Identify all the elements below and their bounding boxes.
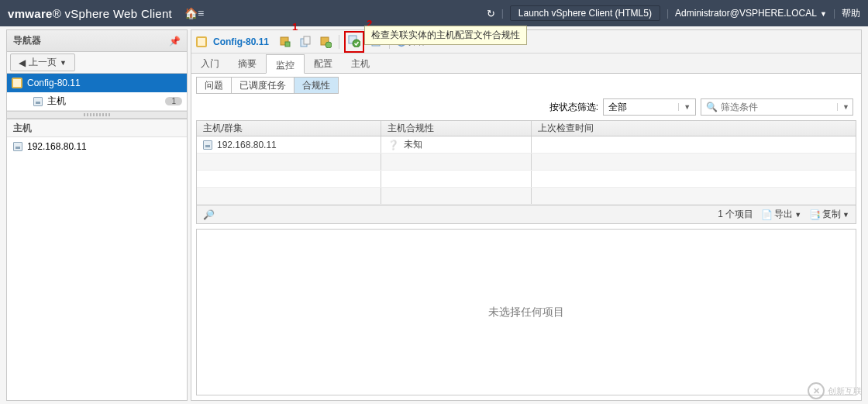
subtab-scheduled-tasks[interactable]: 已调度任务 (231, 77, 294, 94)
find-icon[interactable]: 🔎 (203, 209, 215, 220)
unknown-icon: ❔ (388, 140, 399, 150)
filter-dropdown-icon[interactable]: ▼ (837, 103, 849, 111)
pin-icon[interactable]: 📌 (169, 36, 181, 47)
grid-filter-input[interactable]: 🔍 ▼ (701, 98, 853, 116)
search-icon: 🔍 (706, 102, 718, 112)
grid-row (197, 188, 856, 205)
compliance-grid: 主机/群集 主机合规性 上次检查时间 192.168.80.11 ❔未知 🔎 1… (196, 120, 856, 224)
empty-message: 未选择任何项目 (488, 306, 564, 319)
filter-label: 按状态筛选: (549, 101, 598, 114)
svg-rect-3 (304, 36, 310, 44)
host-profile-icon (196, 36, 207, 47)
refresh-icon[interactable]: ↻ (487, 8, 495, 19)
grid-row (197, 171, 856, 188)
home-icon[interactable]: 🏠≡ (184, 7, 204, 19)
tab-configure[interactable]: 配置 (305, 54, 342, 73)
col-host-cluster[interactable]: 主机/群集 (197, 121, 381, 136)
history-back-button[interactable]: ◀上一页▼ (10, 54, 75, 71)
col-last-checked[interactable]: 上次检查时间 (532, 121, 856, 136)
user-menu[interactable]: Administrator@VSPHERE.LOCAL▼ (675, 8, 827, 19)
toolbar-action-3-icon[interactable] (319, 35, 332, 49)
col-host-compliance[interactable]: 主机合规性 (381, 121, 532, 136)
object-title: Config-80.11 (213, 36, 269, 47)
toolbar-action-2-icon[interactable] (298, 35, 312, 49)
filter-field[interactable] (721, 102, 837, 112)
host-icon (33, 97, 43, 106)
main-panel: Config-80.11 操作▼ 2 入门 摘要 监控 配置 主机 1 检查关联… (191, 29, 862, 401)
check-compliance-icon[interactable] (347, 34, 361, 48)
host-profile-icon (12, 78, 22, 88)
navigator-panel: 导航器 📌 ◀上一页▼ Config-80.11 主机 1 主机 192.168… (6, 29, 188, 401)
product-logo: vmware® vSphere Web Client (8, 7, 172, 20)
tree-item-hosts[interactable]: 主机 1 (7, 92, 187, 111)
host-icon (13, 142, 22, 151)
tab-hosts[interactable]: 主机 (342, 54, 379, 73)
status-filter-select[interactable]: 全部▼ (603, 98, 696, 116)
grid-header: 主机/群集 主机合规性 上次检查时间 (197, 121, 856, 136)
host-list-item[interactable]: 192.168.80.11 (7, 137, 187, 156)
tab-getting-started[interactable]: 入门 (191, 54, 229, 73)
copy-button[interactable]: 📑复制▼ (809, 208, 849, 221)
grid-row (197, 154, 856, 171)
hosts-section-header: 主机 (7, 119, 187, 137)
launch-html5-button[interactable]: Launch vSphere Client (HTML5) (510, 5, 660, 21)
subtab-issues[interactable]: 问题 (196, 77, 232, 94)
navigator-header: 导航器 📌 (7, 30, 187, 52)
watermark: ✕创新互联 (808, 382, 862, 399)
svg-point-5 (326, 42, 332, 48)
grid-row[interactable]: 192.168.80.11 ❔未知 (197, 136, 856, 154)
splitter-handle[interactable] (7, 111, 187, 119)
subtab-compliance[interactable]: 合规性 (294, 77, 339, 94)
svg-point-7 (353, 40, 360, 47)
detail-pane: 未选择任何项目 (196, 229, 856, 395)
tooltip: 检查关联实体的主机配置文件合规性 (364, 26, 527, 45)
tree-item-profile[interactable]: Config-80.11 (7, 74, 187, 92)
grid-footer: 🔎 1 个项目 📄导出▼ 📑复制▼ (197, 205, 856, 223)
export-button[interactable]: 📄导出▼ (761, 208, 801, 221)
main-tabbar: 入门 摘要 监控 配置 主机 1 检查关联实体的主机配置文件合规性 (191, 54, 861, 74)
tab-monitor[interactable]: 监控 (266, 54, 305, 74)
count-badge: 1 (165, 97, 182, 105)
toolbar-action-1-icon[interactable] (278, 35, 292, 49)
svg-rect-1 (285, 42, 290, 47)
help-link[interactable]: 帮助 (842, 7, 860, 20)
sub-tabbar: 问题 已调度任务 合规性 (191, 74, 861, 94)
host-icon (203, 140, 212, 150)
tab-summary[interactable]: 摘要 (229, 54, 266, 73)
item-count: 1 个项目 (718, 208, 753, 221)
